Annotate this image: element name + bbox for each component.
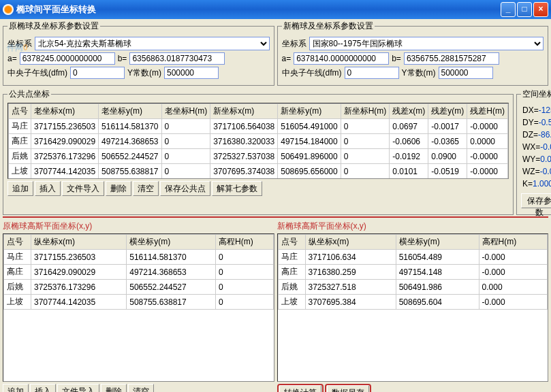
cell[interactable]: 508755.638817 <box>99 164 161 179</box>
cell[interactable]: 497214.368653 <box>127 265 216 280</box>
cell[interactable]: 上坡 <box>4 295 31 310</box>
cell[interactable]: -0.0192 <box>390 149 428 164</box>
minimize-button[interactable]: _ <box>501 2 516 17</box>
insert-button[interactable]: 插入 <box>30 384 56 392</box>
cell[interactable]: 马庄 <box>278 250 305 265</box>
cell[interactable]: 506491.896000 <box>278 149 341 164</box>
right-a-input[interactable] <box>294 52 389 65</box>
col-h[interactable]: 高程H(m) <box>216 235 273 250</box>
cell[interactable]: 0 <box>161 134 210 149</box>
save-params-button[interactable]: 保存参数 <box>521 193 551 208</box>
col-resx[interactable]: 残差x(m) <box>390 104 428 119</box>
cell[interactable]: 0.0900 <box>428 149 467 164</box>
cell[interactable]: 3707744.142035 <box>31 164 99 179</box>
import-file-button[interactable]: 文件导入 <box>57 384 99 392</box>
cell[interactable]: -0.0000 <box>467 164 508 179</box>
col-oldx[interactable]: 老坐标x(m) <box>31 104 99 119</box>
cell[interactable]: -0.0519 <box>428 164 467 179</box>
cell[interactable]: 0 <box>341 164 390 179</box>
cell[interactable]: -0.0365 <box>428 134 467 149</box>
cell[interactable]: 上坡 <box>9 164 31 179</box>
col-newy[interactable]: 新坐标y(m) <box>278 104 341 119</box>
table-row[interactable]: 高庄3716380.259497154.148-0.000 <box>278 265 548 280</box>
import-file-button[interactable]: 文件导入 <box>62 181 104 196</box>
cell[interactable]: 3707695.374038 <box>210 164 278 179</box>
col-pointid[interactable]: 点号 <box>4 235 31 250</box>
cell[interactable]: 508695.656000 <box>278 164 341 179</box>
cell[interactable]: 上坡 <box>278 295 305 310</box>
cell[interactable]: 3717106.564038 <box>210 119 278 134</box>
col-y[interactable]: 横坐标y(m) <box>127 235 216 250</box>
cell[interactable]: 后姚 <box>4 280 31 295</box>
cell[interactable]: 0 <box>161 119 210 134</box>
cell[interactable]: 3716429.090029 <box>31 134 99 149</box>
cell[interactable]: 3717155.236503 <box>31 119 99 134</box>
cell[interactable]: 516114.581370 <box>127 250 216 265</box>
col-resh[interactable]: 残差H(m) <box>467 104 508 119</box>
col-oldh[interactable]: 老坐标H(m) <box>161 104 210 119</box>
cell[interactable]: 0.0697 <box>390 119 428 134</box>
col-oldy[interactable]: 老坐标y(m) <box>99 104 161 119</box>
close-button[interactable]: × <box>533 2 548 17</box>
table-row[interactable]: 上坡3707695.384508695.604-0.000 <box>278 295 548 310</box>
cell[interactable]: -0.000 <box>479 250 547 265</box>
cell[interactable]: 497154.184000 <box>278 134 341 149</box>
cell[interactable]: 3707744.142035 <box>31 295 127 310</box>
cell[interactable]: 3725327.518 <box>305 280 396 295</box>
table-row[interactable]: 马庄3717155.236503516114.5813700 <box>4 250 274 265</box>
col-h[interactable]: 高程H(m) <box>479 235 547 250</box>
cell[interactable]: 497214.368653 <box>99 134 161 149</box>
maximize-button[interactable]: □ <box>517 2 532 17</box>
cell[interactable]: 0.0000 <box>467 134 508 149</box>
cell[interactable]: 0 <box>161 164 210 179</box>
cell[interactable]: 508695.604 <box>396 295 479 310</box>
cell[interactable]: 0 <box>341 134 390 149</box>
cell[interactable]: 516054.489 <box>396 250 479 265</box>
cell[interactable]: 0 <box>341 149 390 164</box>
table-row[interactable]: 上坡3707744.142035508755.63881703707695.37… <box>9 164 508 179</box>
left-meridian-input[interactable] <box>70 67 125 79</box>
col-resy[interactable]: 残差y(m) <box>428 104 467 119</box>
clear-button[interactable]: 清空 <box>133 181 159 196</box>
cell[interactable]: 高庄 <box>278 265 305 280</box>
right-meridian-input[interactable] <box>345 67 399 79</box>
cell[interactable]: 516054.491000 <box>278 119 341 134</box>
table-row[interactable]: 上坡3707744.142035508755.6388170 <box>4 295 274 310</box>
table-row[interactable]: 后姚3725376.173296506552.2445270 <box>4 280 274 295</box>
cell[interactable]: 后姚 <box>9 149 31 164</box>
left-coordsys-select[interactable]: 北京54-克拉索夫斯基椭球 <box>35 37 270 50</box>
table-row[interactable]: 马庄3717155.236503516114.58137003717106.56… <box>9 119 508 134</box>
cell[interactable]: 506552.244527 <box>127 280 216 295</box>
cell[interactable]: 0 <box>216 280 273 295</box>
cell[interactable]: -0.0017 <box>428 119 467 134</box>
right-b-input[interactable] <box>404 52 499 65</box>
cell[interactable]: 506491.986 <box>396 280 479 295</box>
cell[interactable]: 0 <box>341 119 390 134</box>
delete-button[interactable]: 删除 <box>101 384 127 392</box>
cell[interactable]: -0.0606 <box>390 134 428 149</box>
col-pointid[interactable]: 点号 <box>9 104 31 119</box>
clear-button[interactable]: 清空 <box>128 384 154 392</box>
table-row[interactable]: 马庄3717106.634516054.489-0.000 <box>278 250 548 265</box>
cell[interactable]: 3707695.384 <box>305 295 396 310</box>
cell[interactable]: 3725376.173296 <box>31 280 127 295</box>
cell[interactable]: 516114.581370 <box>99 119 161 134</box>
right-coordsys-select[interactable]: 国家80--1975年国际椭球 <box>309 37 544 50</box>
cell[interactable]: 3716380.320033 <box>210 134 278 149</box>
cell[interactable]: 后姚 <box>278 280 305 295</box>
append-button[interactable]: 追加 <box>3 384 29 392</box>
cell[interactable]: 497154.148 <box>396 265 479 280</box>
cell[interactable]: 3717155.236503 <box>31 250 127 265</box>
save-data-button[interactable]: 数据另存 <box>327 385 369 392</box>
cell[interactable]: 0.0101 <box>390 164 428 179</box>
cell[interactable]: 3725327.537038 <box>210 149 278 164</box>
common-points-table[interactable]: 点号 老坐标x(m) 老坐标y(m) 老坐标H(m) 新坐标x(m) 新坐标y(… <box>8 103 508 179</box>
col-pointid[interactable]: 点号 <box>278 235 305 250</box>
cell[interactable]: 高庄 <box>4 265 31 280</box>
col-x[interactable]: 纵坐标x(m) <box>31 235 127 250</box>
cell[interactable]: 0 <box>216 295 273 310</box>
cell[interactable]: 506552.244527 <box>99 149 161 164</box>
save-common-points-button[interactable]: 保存公共点 <box>160 181 210 196</box>
left-yconst-input[interactable] <box>164 67 219 79</box>
right-yconst-input[interactable] <box>439 67 493 79</box>
